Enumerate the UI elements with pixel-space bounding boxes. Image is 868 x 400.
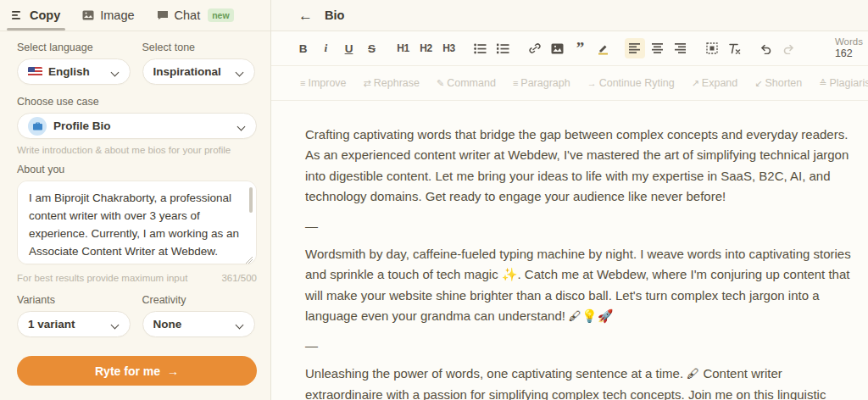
italic-button[interactable]: i [316,38,337,58]
h1-button[interactable]: H1 [393,38,414,58]
word-count: Words 162 [835,36,863,61]
bio-paragraph[interactable]: Unleashing the power of words, one capti… [305,364,854,400]
editor-content[interactable]: Crafting captivating words that bridge t… [271,101,868,400]
paragraph-separator: — [305,338,868,353]
ryte-for-me-button[interactable]: Ryte for me → [17,356,257,386]
tab-chat-label: Chat [175,8,201,22]
copy-tab-icon [12,10,24,20]
rephrase-button[interactable]: ⇄Rephrase [364,77,420,89]
expand-label: Expand [702,77,737,89]
tab-chat[interactable]: Chat new [157,0,234,31]
shorten-button[interactable]: ↙Shorten [754,77,802,89]
chevron-down-icon [237,122,246,131]
improve-button[interactable]: ≡Improve [300,77,347,89]
tab-copy[interactable]: Copy [12,0,60,31]
select-all-button[interactable] [702,38,722,58]
chevron-down-icon [111,320,120,329]
chat-tab-icon [157,10,169,20]
paragraph-icon: ≡ [513,78,518,88]
bio-paragraph-text: Unleashing the power of words, one capti… [305,366,845,400]
bold-button[interactable]: B [293,38,314,58]
char-counter: 361/500 [221,273,257,283]
briefcase-icon [28,117,47,136]
paragraph-button[interactable]: ≡Paragraph [513,77,570,89]
align-left-button[interactable] [625,38,645,58]
continue-ryting-label: Continue Ryting [599,77,675,89]
about-label: About you [17,164,257,175]
new-badge: new [208,8,233,22]
paragraph-separator: — [305,219,868,233]
expand-button[interactable]: ↗Expand [692,77,738,89]
back-arrow-icon[interactable]: ← [298,8,313,23]
quote-glyph: ” [576,44,585,53]
align-right-button[interactable] [670,38,691,58]
use-case-label: Choose use case [17,96,257,108]
use-case-value: Profile Bio [53,119,237,132]
use-case-select[interactable]: Profile Bio [17,113,257,139]
creativity-select[interactable]: None [142,311,256,337]
creativity-label: Creativity [142,294,256,306]
shorten-label: Shorten [765,77,802,89]
ordered-list-button[interactable] [493,38,514,58]
highlight-button[interactable] [593,38,614,58]
cta-label: Ryte for me [95,364,160,378]
document-title: Bio [325,8,344,22]
chevron-down-icon [236,68,244,76]
bio-paragraph[interactable]: Wordsmith by day, caffeine-fueled typing… [305,244,854,326]
plagiarism-label: Plagiarism [829,77,868,89]
resize-handle-icon[interactable] [246,257,253,264]
undo-button[interactable] [756,38,776,58]
chevron-down-icon [111,68,120,76]
words-label: Words [835,36,863,47]
shorten-icon: ↙ [754,78,762,89]
underline-button[interactable]: U [339,38,359,58]
command-button[interactable]: ✎Command [437,77,496,89]
rephrase-icon: ⇄ [364,78,371,89]
variants-label: Variants [17,294,131,306]
use-case-helper: Write introduction & about me bios for y… [17,145,257,155]
rephrase-label: Rephrase [374,77,420,89]
arrow-right-icon: → [167,364,179,378]
link-button[interactable] [525,38,545,58]
tab-copy-label: Copy [30,8,60,22]
image-tab-icon [82,10,94,20]
tone-label: Select tone [142,42,256,53]
textarea-scrollbar[interactable] [249,187,253,213]
blockquote-button[interactable]: ” [570,38,591,58]
plagiarism-button[interactable]: ≙Plagiarism [819,77,868,89]
language-label: Select language [17,42,131,53]
chevron-down-icon [236,320,244,329]
tab-image-label: Image [100,8,134,22]
ai-actions-toolbar: ≡Improve ⇄Rephrase ✎Command ≡Paragraph →… [271,66,868,101]
us-flag-icon [28,67,42,77]
language-value: English [48,65,111,78]
tone-value: Inspirational [153,65,236,78]
formatting-toolbar: B i U S H1 H2 H3 ” [271,31,868,66]
clear-format-button[interactable] [725,38,745,58]
editor-panel: ← Bio B i U S H1 H2 H3 ” [271,0,868,400]
editor-header: ← Bio [271,0,868,31]
continue-ryting-button[interactable]: →Continue Ryting [587,77,675,89]
words-value: 162 [835,47,863,61]
creativity-value: None [153,318,236,331]
h3-button[interactable]: H3 [439,38,459,58]
language-select[interactable]: English [17,58,131,85]
bullet-list-button[interactable] [470,38,491,58]
sidebar-tabbar: Copy Image Chat new [0,0,270,31]
plagiarism-icon: ≙ [819,78,826,89]
h2-button[interactable]: H2 [416,38,437,58]
improve-label: Improve [308,77,346,89]
image-button[interactable] [548,38,568,58]
tone-select[interactable]: Inspirational [142,58,256,85]
redo-button[interactable] [779,38,799,58]
align-center-button[interactable] [648,38,668,58]
bio-paragraph[interactable]: Crafting captivating words that bridge t… [305,125,854,207]
about-helper: For best results provide maximum input [17,273,187,283]
expand-icon: ↗ [692,78,699,89]
tab-image[interactable]: Image [82,0,134,31]
variants-select[interactable]: 1 variant [17,311,131,337]
strikethrough-button[interactable]: S [362,38,382,58]
variants-value: 1 variant [28,318,111,331]
about-you-input[interactable]: I am Biprojit Chakraborty, a professiona… [17,181,257,264]
improve-icon: ≡ [300,78,305,88]
